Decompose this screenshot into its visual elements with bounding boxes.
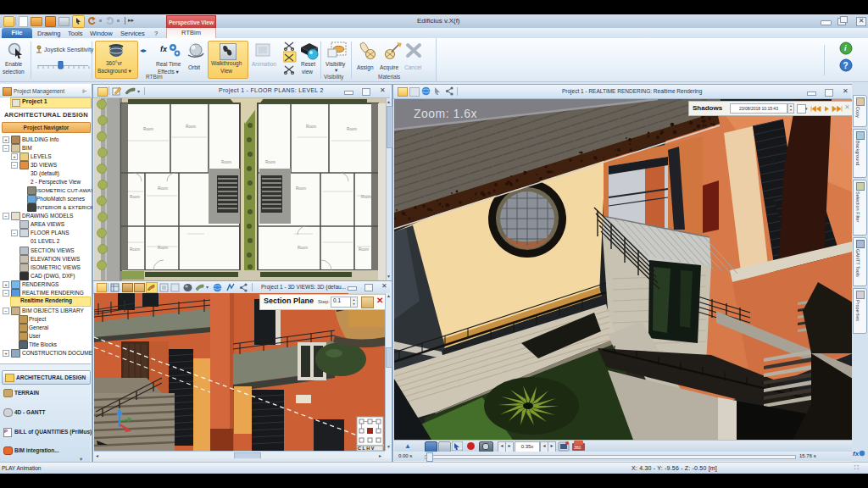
svg-text:Room: Room	[158, 186, 168, 191]
svg-text:Room: Room	[130, 247, 140, 252]
svg-text:?: ?	[843, 61, 849, 70]
svg-text:Room: Room	[359, 247, 369, 252]
svg-text:Room: Room	[298, 246, 308, 250]
svg-text:Room: Room	[296, 186, 306, 191]
svg-text:fx: fx	[160, 45, 168, 53]
svg-text:Room: Room	[221, 160, 231, 164]
svg-text:Room: Room	[265, 160, 275, 164]
svg-text:Room: Room	[306, 125, 316, 129]
svg-text:360: 360	[574, 445, 581, 450]
svg-text:Room: Room	[186, 125, 196, 129]
svg-text:Room: Room	[143, 127, 153, 131]
svg-text:Room: Room	[130, 195, 140, 199]
svg-text:fx: fx	[853, 450, 860, 458]
svg-text:Room: Room	[347, 127, 357, 131]
